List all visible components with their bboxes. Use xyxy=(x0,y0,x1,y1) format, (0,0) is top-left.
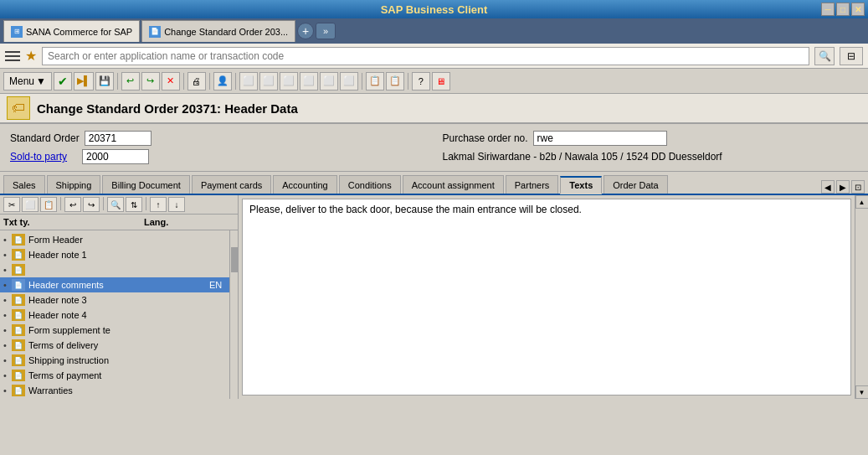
list-item[interactable]: • 📄 Warranties xyxy=(0,383,238,398)
tab-payment-cards[interactable]: Payment cards xyxy=(192,175,271,194)
item-label: Form supplement te xyxy=(28,325,206,335)
doc-icon: 📄 xyxy=(12,309,25,321)
list-item[interactable]: • 📄 Header note 3 xyxy=(0,292,238,308)
tab-shipping[interactable]: Shipping xyxy=(47,175,101,194)
side-scroll-down[interactable]: ▼ xyxy=(855,385,869,399)
copy1-button[interactable]: ⬜ xyxy=(239,72,258,90)
bullet: • xyxy=(3,280,12,290)
bullet: • xyxy=(3,385,12,396)
text-sort-button[interactable]: ⇅ xyxy=(126,197,142,212)
person-button[interactable]: 👤 xyxy=(213,72,232,90)
bullet: • xyxy=(3,235,12,245)
tabs-strip: Sales Shipping Billing Document Payment … xyxy=(0,172,868,195)
tab-change-standard-order[interactable]: 📄 Change Standard Order 203... xyxy=(141,20,295,42)
sold-to-party-label[interactable]: Sold-to party xyxy=(10,151,77,163)
favorites-star-icon[interactable]: ★ xyxy=(25,48,37,64)
text-list-panel: ✂ ⬜ 📋 ↩ ↪ 🔍 ⇅ ↑ ↓ Txt ty. Lang. xyxy=(0,195,239,399)
page-header: 🏷 Change Standard Order 20371: Header Da… xyxy=(0,94,868,124)
purchase-order-input[interactable] xyxy=(533,131,667,146)
hamburger-menu-icon[interactable] xyxy=(5,49,20,64)
add-tab-button[interactable]: + xyxy=(297,23,314,39)
text-list-toolbar: ✂ ⬜ 📋 ↩ ↪ 🔍 ⇅ ↑ ↓ xyxy=(0,195,238,215)
tab-conditions[interactable]: Conditions xyxy=(339,175,401,194)
sold-to-party-name-row: Lakmal Siriwardane - b2b / Nawala 105 / … xyxy=(443,149,859,164)
list-item[interactable]: • 📄 Header note 4 xyxy=(0,308,238,323)
purchase-order-row: Purchase order no. xyxy=(443,131,859,146)
print-button[interactable]: 🖨 xyxy=(187,72,206,90)
text-copy-button[interactable]: ⬜ xyxy=(22,197,39,212)
doc2-button[interactable]: 📋 xyxy=(386,72,404,90)
sold-to-party-row: Sold-to party xyxy=(10,149,426,164)
back-button[interactable]: ↩ xyxy=(121,72,140,90)
more-tabs-button[interactable]: » xyxy=(316,23,336,39)
menu-button[interactable]: Menu ▼ xyxy=(3,72,52,90)
sold-to-party-name: Lakmal Siriwardane - b2b / Nawala 105 / … xyxy=(443,151,722,163)
copy6-button[interactable]: ⬜ xyxy=(340,72,358,90)
purchase-order-label: Purchase order no. xyxy=(443,132,528,144)
tab-sales[interactable]: Sales xyxy=(3,175,45,194)
item-label: Form Header xyxy=(28,235,206,245)
bullet: • xyxy=(3,295,12,305)
forward-button[interactable]: ↪ xyxy=(141,72,160,90)
sold-to-party-input[interactable] xyxy=(82,149,149,164)
list-item[interactable]: • 📄 Form Header xyxy=(0,232,238,247)
toolbar: Menu ▼ ✔ ▶▌ 💾 ↩ ↪ ✕ 🖨 👤 ⬜ ⬜ ⬜ ⬜ ⬜ ⬜ 📋 📋 … xyxy=(0,69,868,94)
copy3-button[interactable]: ⬜ xyxy=(280,72,298,90)
tab-order-data[interactable]: Order Data xyxy=(603,175,667,194)
copy5-button[interactable]: ⬜ xyxy=(320,72,338,90)
tabs-prev-button[interactable]: ◀ xyxy=(821,180,835,194)
sep4 xyxy=(235,73,236,90)
info-button[interactable]: 🖥 xyxy=(432,72,450,90)
text-import-button[interactable]: ↑ xyxy=(150,197,167,212)
list-item[interactable]: • 📄 Terms of delivery xyxy=(0,338,238,353)
list-item[interactable]: • 📄 Shipping instruction xyxy=(0,353,238,368)
tab-texts[interactable]: Texts xyxy=(560,176,602,194)
close-button[interactable]: ✕ xyxy=(851,3,865,16)
side-scroll-track xyxy=(855,209,869,385)
save-button[interactable]: 💾 xyxy=(95,72,114,90)
text-cut-button[interactable]: ✂ xyxy=(3,197,20,212)
text-paste-button[interactable]: 📋 xyxy=(40,197,57,212)
text-find-button[interactable]: 🔍 xyxy=(107,197,124,212)
sep6 xyxy=(408,73,408,90)
bullet: • xyxy=(3,325,12,335)
list-item[interactable]: • 📄 Terms of payment xyxy=(0,368,238,383)
forward-nav-button[interactable]: ▶▌ xyxy=(74,72,94,90)
layout-button[interactable]: ⊟ xyxy=(840,47,863,65)
tab-sana-commerce[interactable]: ⊞ SANA Commerce for SAP xyxy=(3,20,140,42)
text-undo-button[interactable]: ↩ xyxy=(64,197,81,212)
tab-partners[interactable]: Partners xyxy=(506,175,559,194)
search-input[interactable] xyxy=(42,47,809,65)
maximize-button[interactable]: □ xyxy=(836,3,850,16)
text-redo-button[interactable]: ↪ xyxy=(83,197,100,212)
doc1-button[interactable]: 📋 xyxy=(366,72,384,90)
standard-order-row: Standard Order xyxy=(10,131,426,146)
side-scrollbar[interactable]: ▲ ▼ xyxy=(855,195,868,399)
text-list-header: Txt ty. Lang. xyxy=(0,215,238,230)
bullet: • xyxy=(3,370,12,380)
text-export-button[interactable]: ↓ xyxy=(168,197,185,212)
list-item[interactable]: • 📄 xyxy=(0,262,238,277)
doc-icon: 📄 xyxy=(12,249,25,261)
minimize-button[interactable]: ─ xyxy=(821,3,835,16)
tabs-next-button[interactable]: ▶ xyxy=(836,180,850,194)
text-editor-panel[interactable]: Please, deliver to the back door, becaus… xyxy=(242,199,851,396)
tab-account-assignment[interactable]: Account assignment xyxy=(403,175,504,194)
list-item[interactable]: • 📄 Header note 1 xyxy=(0,247,238,262)
back-green-button[interactable]: ✔ xyxy=(54,72,72,90)
search-button[interactable]: 🔍 xyxy=(814,47,835,65)
cancel-button[interactable]: ✕ xyxy=(162,72,180,90)
lang-col-header: Lang. xyxy=(144,217,194,227)
copy4-button[interactable]: ⬜ xyxy=(300,72,318,90)
text-editor-content[interactable]: Please, deliver to the back door, becaus… xyxy=(243,199,850,395)
list-item-selected[interactable]: • 📄 Header comments EN xyxy=(0,277,238,292)
tab-billing-document[interactable]: Billing Document xyxy=(102,175,190,194)
help-button[interactable]: ? xyxy=(412,72,430,90)
list-scrollbar[interactable] xyxy=(229,230,238,399)
side-scroll-up[interactable]: ▲ xyxy=(855,195,869,209)
tabs-expand-button[interactable]: ⊡ xyxy=(851,180,865,194)
tab-accounting[interactable]: Accounting xyxy=(273,175,336,194)
standard-order-input[interactable] xyxy=(85,131,152,146)
copy2-button[interactable]: ⬜ xyxy=(259,72,278,90)
list-item[interactable]: • 📄 Form supplement te xyxy=(0,323,238,338)
